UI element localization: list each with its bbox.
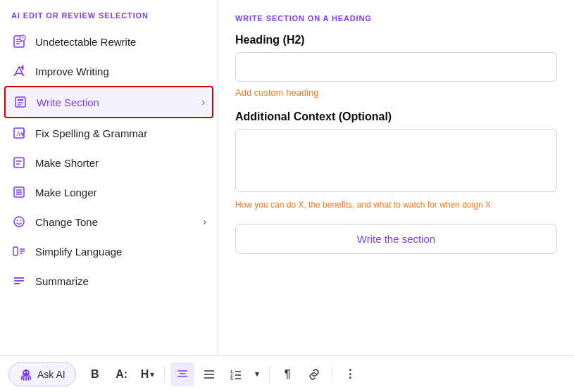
- svg-point-29: [23, 369, 30, 377]
- chevron-down-list-icon: ▾: [255, 369, 259, 379]
- panel-header: WRITE SECTION ON A HEADING: [235, 14, 557, 23]
- svg-point-5: [21, 66, 24, 69]
- sidebar-item-fix-spelling[interactable]: A Fix Spelling & Grammar: [0, 118, 218, 148]
- sidebar-item-improve-writing[interactable]: Improve Writing: [0, 56, 218, 86]
- improve-icon: [11, 63, 27, 79]
- add-custom-heading-link[interactable]: Add custom heading: [235, 87, 319, 98]
- summarize-icon: [11, 273, 27, 289]
- more-icon: ⋮: [344, 367, 356, 381]
- list-icon: [203, 368, 216, 381]
- sidebar-item-change-tone[interactable]: Change Tone ›: [0, 207, 218, 236]
- hint-text: How you can do X, the benefits, and what…: [235, 199, 557, 211]
- make-longer-icon: [11, 184, 27, 200]
- fix-spelling-icon: A: [11, 125, 27, 141]
- svg-point-20: [17, 220, 18, 222]
- svg-text:A: A: [16, 130, 21, 137]
- sidebar-header: AI EDIT OR REVIEW SELECTION: [0, 8, 218, 27]
- write-section-button[interactable]: Write the section: [235, 224, 557, 254]
- ordered-list-button[interactable]: 1. 2. 3.: [224, 362, 248, 386]
- svg-point-19: [14, 217, 24, 227]
- toolbar-divider-1: [164, 366, 165, 383]
- sidebar-item-summarize[interactable]: Summarize: [0, 266, 218, 296]
- context-field-label: Additional Context (Optional): [235, 110, 557, 123]
- ordered-list-icon: 1. 2. 3.: [230, 368, 242, 381]
- chevron-down-icon: ▾: [150, 369, 154, 379]
- svg-point-21: [20, 220, 22, 222]
- sidebar-item-make-longer[interactable]: Make Longer: [0, 177, 218, 207]
- sidebar-item-label: Improve Writing: [35, 65, 206, 77]
- ask-ai-label: Ask AI: [37, 369, 65, 380]
- svg-rect-12: [14, 158, 24, 167]
- svg-point-30: [24, 371, 25, 372]
- write-section-icon: [13, 94, 28, 110]
- sidebar-item-label: Write Section: [37, 96, 193, 108]
- svg-rect-22: [13, 247, 18, 255]
- svg-text:3.: 3.: [230, 377, 234, 381]
- sidebar-item-write-section[interactable]: Write Section ›: [4, 86, 213, 118]
- list-dropdown-button[interactable]: ▾: [251, 362, 263, 386]
- sidebar-item-label: Fix Spelling & Grammar: [35, 127, 206, 139]
- list-button[interactable]: [197, 362, 221, 386]
- sidebar-item-make-shorter[interactable]: Make Shorter: [0, 148, 218, 177]
- link-icon: [308, 368, 320, 381]
- paragraph-button[interactable]: ¶: [275, 362, 299, 386]
- toolbar-divider-2: [269, 366, 270, 383]
- toolbar-divider-3: [332, 366, 332, 383]
- align-button[interactable]: [170, 362, 194, 386]
- sidebar-item-undetectable-rewrite[interactable]: Undetectable Rewrite: [0, 27, 218, 56]
- sidebar-item-label: Undetectable Rewrite: [35, 36, 206, 48]
- sidebar-item-label: Simplify Language: [35, 246, 206, 258]
- svg-point-31: [27, 371, 28, 372]
- right-panel: WRITE SECTION ON A HEADING Heading (H2) …: [218, 0, 574, 355]
- context-textarea[interactable]: [235, 129, 557, 192]
- link-button[interactable]: [302, 362, 326, 386]
- svg-point-4: [20, 35, 25, 41]
- octopus-ai-icon: [19, 367, 33, 381]
- simplify-icon: [11, 244, 27, 259]
- rewrite-icon: [11, 34, 27, 49]
- font-size-button[interactable]: A:: [110, 362, 134, 386]
- sidebar-item-label: Make Shorter: [35, 157, 206, 169]
- make-shorter-icon: [11, 155, 27, 170]
- heading-btn-label: H: [141, 368, 149, 381]
- sidebar-item-label: Summarize: [35, 275, 206, 287]
- sidebar: AI EDIT OR REVIEW SELECTION Undetectable…: [0, 0, 218, 355]
- sidebar-item-simplify-language[interactable]: Simplify Language: [0, 236, 218, 266]
- chevron-right-icon: ›: [201, 96, 205, 108]
- bold-button[interactable]: B: [83, 362, 107, 386]
- change-tone-icon: [11, 214, 27, 229]
- heading-dropdown-button[interactable]: H ▾: [137, 365, 159, 384]
- sidebar-item-label: Change Tone: [35, 216, 194, 228]
- more-options-button[interactable]: ⋮: [338, 362, 362, 386]
- toolbar: Ask AI B A: H ▾ 1. 2. 3.: [0, 355, 574, 392]
- font-size-label: A:: [116, 368, 127, 381]
- paragraph-icon: ¶: [285, 368, 291, 381]
- svg-rect-6: [15, 97, 25, 107]
- sidebar-item-label: Make Longer: [35, 186, 206, 198]
- heading-field-label: Heading (H2): [235, 34, 557, 46]
- bold-label: B: [91, 368, 99, 381]
- align-icon: [176, 368, 189, 381]
- chevron-right-icon: ›: [203, 216, 206, 227]
- heading-input[interactable]: [235, 52, 557, 82]
- ask-ai-button[interactable]: Ask AI: [8, 362, 76, 386]
